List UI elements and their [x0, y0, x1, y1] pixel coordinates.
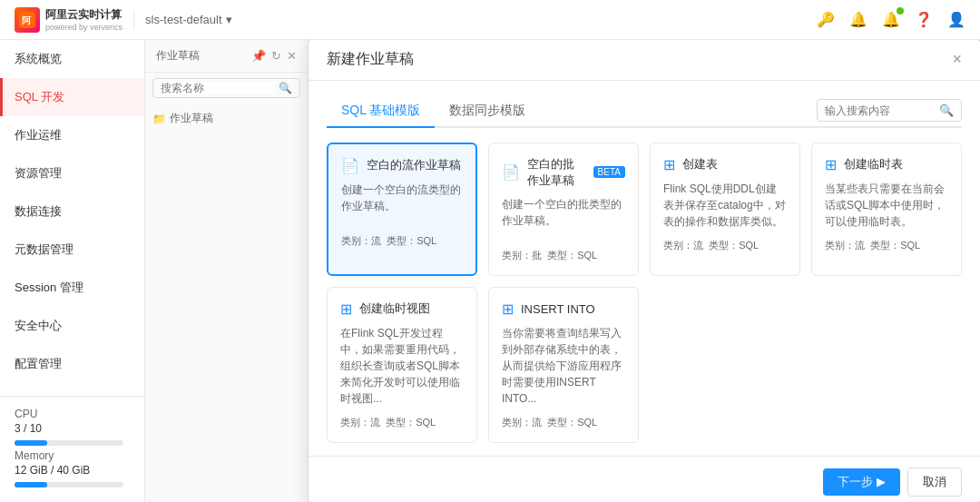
card-insert-into-type: 类型：SQL [547, 417, 597, 428]
card-blank-batch-header: 📄 空白的批作业草稿 BETA [502, 156, 625, 189]
sidebar-item-session-mgmt[interactable]: Session 管理 [0, 269, 144, 307]
sidebar-item-sql-dev[interactable]: SQL 开发 [0, 78, 144, 116]
key-icon[interactable]: 🔑 [817, 11, 835, 28]
workspace-selector[interactable]: sls-test-default ▾ [145, 13, 232, 26]
modal-tab-data-sync[interactable]: 数据同步模版 [435, 95, 540, 128]
card-create-temp-table[interactable]: ⊞ 创建临时表 当某些表只需要在当前会话或SQL脚本中使用时，可以使用临时表。 … [811, 143, 962, 276]
modal-search-input[interactable] [825, 104, 934, 117]
card-insert-into-category: 类别：流 [502, 417, 542, 428]
card-blank-stream-header: 📄 空白的流作业草稿 [341, 157, 463, 174]
notification-badge [897, 7, 904, 15]
sidebar-item-data-link[interactable]: 数据连接 [0, 192, 144, 231]
card-blank-batch[interactable]: 📄 空白的批作业草稿 BETA 创建一个空白的批类型的作业草稿。 类别：批 类型… [488, 143, 639, 276]
cpu-bar-fill [15, 440, 47, 446]
card-create-temp-view-category: 类别：流 [340, 417, 380, 428]
chevron-down-icon: ▾ [226, 13, 232, 26]
file-panel-header: 作业草稿 📌 ↻ ✕ [145, 40, 308, 73]
header-icons: 🔑 🔔 🔔 ❓ 👤 [817, 11, 965, 28]
card-create-table-footer: 类别：流 类型：SQL [663, 239, 787, 252]
sidebar-item-job-ops[interactable]: 作业运维 [0, 116, 144, 154]
card-create-table-category: 类别：流 [663, 240, 703, 251]
modal-search-icon: 🔍 [939, 103, 954, 117]
content-panels: 作业草稿 📌 ↻ ✕ 🔍 📁 作业草稿 [145, 40, 980, 502]
card-create-temp-table-footer: 类别：流 类型：SQL [825, 239, 948, 252]
pin-icon[interactable]: 📌 [251, 49, 266, 63]
notification-icon[interactable]: 🔔 [882, 11, 900, 28]
user-icon[interactable]: 👤 [947, 11, 965, 28]
card-create-table-header: ⊞ 创建表 [663, 156, 787, 173]
file-search-input[interactable] [161, 82, 275, 94]
modal-overlay: 新建作业草稿 × SQL 基础模版 数据同步模版 🔍 [309, 40, 980, 502]
card-create-temp-view-desc: 在Flink SQL开发过程中，如果需要重用代码，组织长查询或者SQL脚本来简化… [340, 325, 464, 407]
card-blank-stream-desc: 创建一个空白的流类型的作业草稿。 [341, 182, 463, 225]
file-panel: 作业草稿 📌 ↻ ✕ 🔍 📁 作业草稿 [145, 40, 309, 502]
card-create-temp-table-header: ⊞ 创建临时表 [825, 156, 948, 173]
card-create-temp-table-category: 类别：流 [825, 240, 865, 251]
card-blank-stream-category: 类别：流 [341, 235, 381, 246]
card-grid: 📄 空白的流作业草稿 创建一个空白的流类型的作业草稿。 类别：流 类型：SQL [327, 143, 962, 443]
card-blank-stream[interactable]: 📄 空白的流作业草稿 创建一个空白的流类型的作业草稿。 类别：流 类型：SQL [327, 143, 477, 276]
card-create-temp-view-footer: 类别：流 类型：SQL [340, 416, 464, 429]
question-icon[interactable]: ❓ [915, 11, 933, 28]
card-insert-into-title: INSERT INTO [521, 302, 595, 316]
file-search-bar: 🔍 [145, 73, 308, 103]
card-create-temp-table-title: 创建临时表 [844, 156, 903, 172]
card-create-temp-view-icon: ⊞ [340, 300, 352, 318]
logo-sub-text: powered by ververics [45, 23, 122, 32]
next-step-icon: ▶ [877, 475, 886, 488]
logo-icon: 阿 [15, 7, 40, 33]
card-create-temp-view-title: 创建临时视图 [359, 300, 430, 317]
modal-body: SQL 基础模版 数据同步模版 🔍 [309, 81, 980, 456]
file-panel-icons: 📌 ↻ ✕ [251, 49, 297, 63]
next-step-button[interactable]: 下一步 ▶ [823, 468, 900, 496]
card-create-temp-table-type: 类型：SQL [870, 240, 920, 251]
card-create-temp-view-header: ⊞ 创建临时视图 [340, 300, 464, 318]
sidebar-item-system-overview[interactable]: 系统概览 [0, 40, 144, 78]
card-create-temp-view[interactable]: ⊞ 创建临时视图 在Flink SQL开发过程中，如果需要重用代码，组织长查询或… [327, 287, 477, 443]
sidebar-item-resource-mgmt[interactable]: 资源管理 [0, 154, 144, 192]
file-panel-close-icon[interactable]: ✕ [287, 49, 297, 63]
cancel-button[interactable]: 取消 [907, 468, 962, 497]
refresh-icon[interactable]: ↻ [271, 49, 281, 63]
cpu-label: CPU [15, 408, 130, 420]
card-insert-into-header: ⊞ INSERT INTO [502, 300, 625, 318]
card-blank-stream-title: 空白的流作业草稿 [367, 157, 461, 173]
modal-tab-sql-basic[interactable]: SQL 基础模版 [327, 95, 435, 128]
sidebar-item-config[interactable]: 配置管理 [0, 345, 144, 383]
modal-title: 新建作业草稿 [327, 50, 414, 69]
next-step-label: 下一步 [838, 474, 873, 490]
file-tree-label: 作业草稿 [170, 111, 213, 126]
card-blank-stream-type: 类型：SQL [387, 235, 436, 246]
card-blank-batch-category: 类别：批 [502, 250, 542, 261]
card-create-table-type: 类型：SQL [709, 240, 759, 251]
sidebar-item-meta-mgmt[interactable]: 元数据管理 [0, 231, 144, 269]
logo: 阿 阿里云实时计算 powered by ververics [15, 7, 122, 33]
bell-icon[interactable]: 🔔 [849, 11, 867, 28]
file-search-icon: 🔍 [279, 82, 292, 94]
logo-text: 阿里云实时计算 powered by ververics [45, 7, 122, 32]
file-tree: 📁 作业草稿 [145, 103, 308, 133]
svg-text:阿: 阿 [22, 15, 32, 25]
modal-close-button[interactable]: × [952, 50, 962, 69]
modal: 新建作业草稿 × SQL 基础模版 数据同步模版 🔍 [309, 40, 980, 502]
card-create-table-icon: ⊞ [663, 156, 675, 173]
card-create-temp-view-type: 类型：SQL [386, 417, 436, 428]
card-create-table-title: 创建表 [682, 156, 718, 172]
folder-icon: 📁 [152, 113, 166, 125]
cpu-value: 3 / 10 [15, 422, 130, 435]
file-panel-title: 作业草稿 [156, 48, 200, 64]
card-insert-into[interactable]: ⊞ INSERT INTO 当你需要将查询结果写入到外部存储系统中的表，从而提供… [488, 287, 639, 443]
card-blank-stream-footer: 类别：流 类型：SQL [341, 234, 463, 248]
editor-area: 📄 新建 📋 另存为 💾 保存 ⊞ 添加临时表 [309, 40, 980, 502]
sidebar-item-security[interactable]: 安全中心 [0, 307, 144, 345]
card-insert-into-footer: 类别：流 类型：SQL [502, 416, 625, 429]
logo-main-text: 阿里云实时计算 [45, 7, 122, 23]
file-tree-item[interactable]: 📁 作业草稿 [152, 107, 300, 130]
card-blank-batch-type: 类型：SQL [547, 250, 597, 261]
card-blank-batch-footer: 类别：批 类型：SQL [502, 249, 625, 262]
card-insert-into-desc: 当你需要将查询结果写入到外部存储系统中的表，从而提供给下游应用程序时需要使用IN… [502, 325, 625, 407]
sidebar: 系统概览 SQL 开发 作业运维 资源管理 数据连接 元数据管理 Session… [0, 40, 145, 502]
card-blank-batch-beta: BETA [593, 166, 625, 178]
card-create-table[interactable]: ⊞ 创建表 Flink SQL使用DDL创建表并保存至catalog中，对表的操… [650, 143, 800, 276]
card-blank-batch-icon: 📄 [502, 163, 520, 181]
